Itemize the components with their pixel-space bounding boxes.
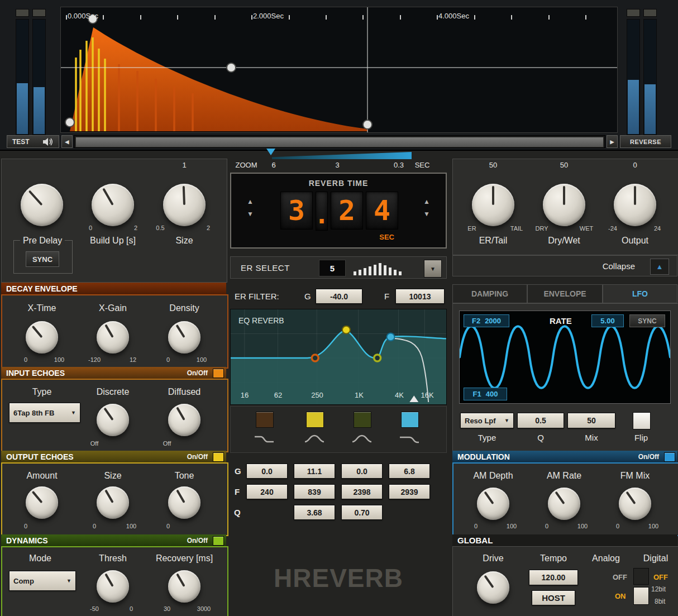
lfo-f2-field[interactable]: F2 2000 [464,314,509,327]
zoom-marker[interactable] [266,149,275,155]
decay-envelope-shape[interactable] [70,27,367,131]
down-arrow-icon[interactable]: ▼ [423,211,430,217]
size-max: 2 [207,225,210,231]
digital-12bit-option[interactable]: 12bit [651,585,666,593]
lfo-flip-button[interactable] [633,412,651,429]
eq-band-2-swatch[interactable] [306,412,324,428]
tab-damping[interactable]: DAMPING [452,284,527,303]
build-up-knob[interactable] [92,184,134,226]
reverb-time-spinner-right[interactable]: ▲▼ [423,198,430,217]
er-tail-knob[interactable] [472,184,514,226]
eq-display[interactable]: EQ REVERB 16 62 250 1K 4K 16K [230,309,447,405]
pre-delay-knob[interactable] [21,184,63,226]
eq-f2-field[interactable]: 839 [294,484,335,499]
reverse-button[interactable]: REVERSE [620,135,671,148]
eq-band-4-handle[interactable] [387,333,395,341]
output-echoes-onoff-toggle[interactable] [213,452,224,462]
recovery-knob[interactable] [168,570,200,603]
eq-q3-field[interactable]: 0.70 [341,505,383,520]
eq-title: EQ REVERB [238,316,284,325]
eq-band-1-swatch[interactable] [256,412,274,428]
input-echo-type-select[interactable]: 6Tap 8th FB ▼ [9,403,80,423]
tempo-field[interactable]: 120.00 [529,570,578,585]
dynamics-mode-select[interactable]: Comp ▼ [9,571,76,591]
host-button[interactable]: HOST [532,590,575,605]
er-select-value[interactable]: 5 [319,260,346,276]
eq-f4-field[interactable]: 2939 [389,484,430,499]
eq-g4-field[interactable]: 6.8 [389,464,430,479]
zoom-slider[interactable] [272,152,412,159]
eq-f1-field[interactable]: 240 [246,484,288,499]
scrollbar-thumb[interactable] [75,137,604,147]
drive-knob[interactable] [477,571,509,604]
er-filter-freq-field[interactable]: 10013 [395,289,445,304]
tab-lfo[interactable]: LFO [603,284,677,303]
graph-scrollbar[interactable] [74,135,605,148]
modulation-onoff-toggle[interactable] [664,452,675,462]
envelope-start-handle[interactable] [65,118,74,127]
size-knob[interactable] [163,184,206,226]
scroll-right-button[interactable]: ▶ [607,135,618,148]
tab-envelope[interactable]: ENVELOPE [527,284,603,303]
analog-switch-off[interactable] [633,568,649,585]
dynamics-onoff-toggle[interactable] [213,536,224,546]
output-size-knob[interactable] [97,486,129,519]
eq-band-1-handle[interactable] [312,355,318,361]
amount-knob[interactable] [26,486,58,519]
eq-g1-field[interactable]: 0.0 [246,464,288,479]
scroll-left-button[interactable]: ◀ [61,135,73,148]
pre-delay-sync-button[interactable]: SYNC [26,251,59,267]
envelope-display[interactable]: 0.000Sec 2.000Sec 4.000Sec [60,7,618,133]
am-depth-knob[interactable] [477,488,509,520]
x-time-knob[interactable] [26,321,58,354]
dry-wet-knob[interactable] [543,184,585,226]
er-select-dropdown-button[interactable]: ▼ [424,260,442,278]
eq-q2-field[interactable]: 3.68 [294,505,335,520]
up-arrow-icon[interactable]: ▲ [247,198,254,205]
density-knob[interactable] [168,321,200,354]
eq-g2-field[interactable]: 11.1 [294,464,335,479]
reverb-time-handle[interactable] [363,120,372,129]
lfo-mix-field[interactable]: 50 [567,413,615,428]
tone-knob[interactable] [168,486,200,519]
down-arrow-icon[interactable]: ▼ [247,211,254,217]
lfo-type-select[interactable]: Reso Lpf ▼ [460,413,514,428]
eq-band-4-swatch[interactable] [401,412,419,428]
eq-g3-field[interactable]: 0.0 [341,464,383,479]
test-button[interactable]: TEST [7,135,59,148]
bell-icon[interactable] [351,433,373,445]
high-cut-icon[interactable] [398,433,421,445]
diffused-label: Diffused [168,387,200,397]
eq-band-3-handle[interactable] [374,355,381,361]
input-echoes-onoff-toggle[interactable] [213,369,224,378]
fm-mix-knob[interactable] [619,488,651,520]
eq-band-3-swatch[interactable] [354,412,371,428]
digital-8bit-option[interactable]: 8bit [655,598,665,605]
eq-band-2-handle[interactable] [342,326,350,334]
diffused-knob[interactable] [168,404,200,436]
dynamics-header: DYNAMICS On/Off [1,534,226,546]
lfo-q-field[interactable]: 0.5 [517,413,564,428]
eq-f3-field[interactable]: 2398 [341,484,383,499]
analog-switch-on[interactable] [633,587,649,605]
lfo-sync-button[interactable]: SYNC [629,314,665,327]
am-rate-knob[interactable] [548,488,580,520]
low-shelf-icon[interactable] [253,433,275,445]
up-arrow-icon[interactable]: ▲ [423,198,430,205]
thresh-knob[interactable] [97,570,129,603]
digital-off-option[interactable]: OFF [653,573,668,581]
reverb-time-spinner-left[interactable]: ▲▼ [247,198,254,217]
reverb-time-digits[interactable]: 3 . 2 4 [280,192,398,231]
meter-clip-indicator [32,9,46,17]
envelope-graph[interactable] [61,7,617,132]
lfo-rate-field[interactable]: 5.00 [591,314,624,327]
x-gain-knob[interactable] [97,321,129,354]
er-tail-value: 50 [489,161,497,169]
lfo-f1-field[interactable]: F1 400 [464,388,507,400]
er-filter-gain-field[interactable]: -40.0 [316,289,362,304]
crossover-handle[interactable] [227,63,236,72]
output-level-knob[interactable] [614,184,656,226]
discrete-knob[interactable] [97,404,129,436]
bell-icon[interactable] [303,433,326,445]
collapse-button[interactable]: ▲ [650,259,669,275]
